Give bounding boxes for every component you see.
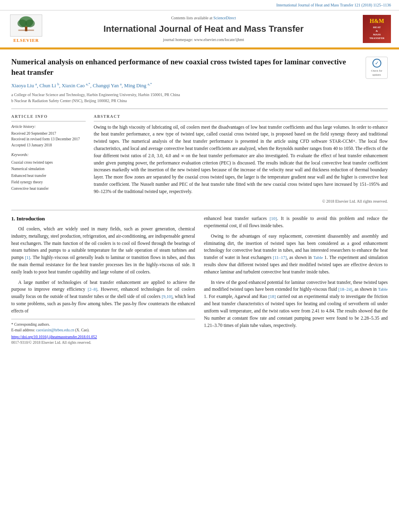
article-title-text: Numerical analysis on enhanced performan…	[11, 57, 360, 104]
keyword-4: Field synergy theory	[11, 179, 86, 185]
keyword-3: Enhanced heat transfer	[11, 173, 86, 179]
journal-header: ELSEVIER Contents lists available at Sci…	[0, 10, 399, 49]
body-two-column: 1. Introduction Oil coolers, which are w…	[11, 215, 388, 346]
ref-10: [10]	[269, 216, 277, 221]
affiliation-a: a College of Nuclear Science and Technol…	[11, 92, 360, 98]
right-para-1: enhanced heat transfer surfaces [10]. It…	[204, 215, 388, 230]
abstract-section: ABSTRACT Owing to the high viscosity of …	[94, 114, 388, 204]
science-direct-line: Contents lists available at ScienceDirec…	[49, 15, 358, 21]
intro-para-2: A large number of technologies of heat t…	[11, 279, 195, 315]
authors-line: Xiaoya Liu a, Chun Li b, Xiaxin Cao a,*,…	[11, 82, 360, 89]
article-info: ARTICLE INFO Article history: Received 2…	[11, 114, 86, 204]
table-ref-2: Table	[378, 287, 388, 292]
right-para-2: Owing to the advantages of easy replacem…	[204, 233, 388, 276]
table-ref: Table	[313, 255, 323, 260]
check-updates-label: Check for updates	[368, 69, 386, 77]
elsevier-logo: ELSEVIER	[8, 14, 44, 44]
logo-right-line2: &	[376, 29, 378, 33]
abstract-title: ABSTRACT	[94, 114, 388, 121]
doi-link[interactable]: https://doi.org/10.1016/j.ijheatmasstran…	[11, 335, 97, 339]
keyword-5: Convective heat transfer	[11, 185, 86, 192]
journal-logo-right: H&M HEAT & MASS TRANSFER	[363, 15, 391, 43]
journal-reference-bar: International Journal of Heat and Mass T…	[0, 0, 399, 10]
authors-text: Xiaoya Liu a, Chun Li b, Xiaxin Cao a,*,…	[11, 83, 152, 88]
ref-1: [1]	[25, 255, 30, 260]
corresponding-note: * Corresponding authors.	[11, 322, 195, 327]
doi-line: https://doi.org/10.1016/j.ijheatmasstran…	[11, 335, 195, 340]
contents-available-text: Contents lists available at	[171, 16, 212, 20]
svg-rect-5	[19, 29, 34, 31]
ref-9-10: [9,10]	[162, 294, 173, 299]
affiliation-b: b Nuclear & Radiation Safety Center (NSC…	[11, 98, 360, 104]
affiliations: a College of Nuclear Science and Technol…	[11, 92, 360, 104]
section-divider-2	[11, 210, 388, 210]
journal-center: Contents lists available at ScienceDirec…	[49, 15, 358, 43]
body-col-left: 1. Introduction Oil coolers, which are w…	[11, 215, 195, 346]
journal-url: journal homepage: www.elsevier.com/locat…	[49, 37, 358, 43]
check-updates-icon: ✓	[372, 59, 381, 68]
svg-point-3	[25, 19, 35, 27]
keywords-heading: Keywords:	[11, 152, 86, 158]
ref-2-8: [2–8]	[88, 287, 97, 292]
received-date: Received 20 September 2017	[11, 131, 86, 136]
journal-title: International Journal of Heat and Mass T…	[49, 23, 358, 35]
email-link[interactable]: caoxiaxin@hrbeu.edu.cn	[36, 328, 74, 332]
main-content: Numerical analysis on enhanced performan…	[0, 49, 399, 353]
article-title-section: Numerical analysis on enhanced performan…	[11, 57, 388, 104]
keywords-block: Keywords: Coaxial cross twisted tapes Nu…	[11, 152, 86, 192]
intro-heading: 1. Introduction	[11, 215, 195, 223]
ref-18-24: [18–24]	[338, 287, 352, 292]
article-info-abstract: ARTICLE INFO Article history: Received 2…	[11, 114, 388, 204]
science-direct-link[interactable]: ScienceDirect	[213, 16, 236, 20]
keyword-1: Coaxial cross twisted tapes	[11, 159, 86, 166]
ref-18: [18]	[268, 294, 276, 299]
body-col-right: enhanced heat transfer surfaces [10]. It…	[204, 215, 388, 346]
article-info-title: ARTICLE INFO	[11, 114, 86, 121]
keyword-2: Numerical simulation	[11, 166, 86, 172]
elsevier-logo-image	[10, 14, 42, 37]
elsevier-label: ELSEVIER	[13, 37, 39, 44]
journal-reference-text: International Journal of Heat and Mass T…	[276, 3, 391, 7]
abstract-copyright: © 2018 Elsevier Ltd. All rights reserved…	[94, 199, 388, 205]
journal-url-text: journal homepage: www.elsevier.com/locat…	[163, 37, 244, 42]
email-note: E-mail address: caoxiaxin@hrbeu.edu.cn (…	[11, 327, 195, 333]
accepted-date: Accepted 13 January 2018	[11, 142, 86, 148]
intro-para-1: Oil coolers, which are widely used in ma…	[11, 226, 195, 276]
issn-line: 0017-9310/© 2018 Elsevier Ltd. All right…	[11, 340, 195, 346]
section-divider-1	[11, 109, 388, 109]
history-heading: Article history:	[11, 124, 86, 130]
logo-right-line4: TRANSFER	[369, 37, 385, 40]
logo-right-line1: HEAT	[373, 26, 380, 29]
ref-11-17: [11–17]	[273, 255, 287, 260]
article-history: Article history: Received 20 September 2…	[11, 124, 86, 148]
footnote-area: * Corresponding authors. E-mail address:…	[11, 319, 195, 346]
article-title: Numerical analysis on enhanced performan…	[11, 57, 360, 77]
check-updates-badge: ✓ Check for updates	[366, 57, 388, 79]
logo-right-line3: MASS	[373, 33, 380, 37]
right-para-3: In view of the good enhanced potential f…	[204, 279, 388, 329]
received-revised-date: Received in revised form 13 December 201…	[11, 136, 86, 142]
abstract-text: Owing to the high viscosity of lubricati…	[94, 124, 388, 195]
